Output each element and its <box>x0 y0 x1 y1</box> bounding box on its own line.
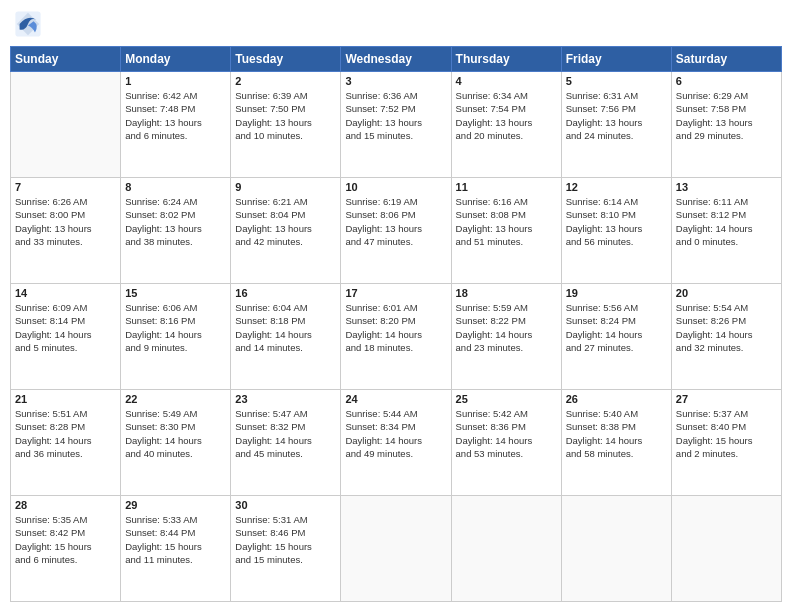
day-number: 8 <box>125 181 226 193</box>
day-info: Sunrise: 5:56 AMSunset: 8:24 PMDaylight:… <box>566 301 667 354</box>
day-info: Sunrise: 5:54 AMSunset: 8:26 PMDaylight:… <box>676 301 777 354</box>
calendar-cell: 20Sunrise: 5:54 AMSunset: 8:26 PMDayligh… <box>671 284 781 390</box>
calendar-cell: 26Sunrise: 5:40 AMSunset: 8:38 PMDayligh… <box>561 390 671 496</box>
calendar-cell <box>341 496 451 602</box>
calendar-cell <box>11 72 121 178</box>
day-number: 11 <box>456 181 557 193</box>
day-info: Sunrise: 5:33 AMSunset: 8:44 PMDaylight:… <box>125 513 226 566</box>
day-number: 14 <box>15 287 116 299</box>
header <box>10 10 782 38</box>
weekday-header-sunday: Sunday <box>11 47 121 72</box>
calendar-cell: 6Sunrise: 6:29 AMSunset: 7:58 PMDaylight… <box>671 72 781 178</box>
week-row-4: 21Sunrise: 5:51 AMSunset: 8:28 PMDayligh… <box>11 390 782 496</box>
day-number: 28 <box>15 499 116 511</box>
day-number: 23 <box>235 393 336 405</box>
page: SundayMondayTuesdayWednesdayThursdayFrid… <box>0 0 792 612</box>
logo <box>14 10 44 38</box>
calendar-cell <box>451 496 561 602</box>
calendar-cell: 12Sunrise: 6:14 AMSunset: 8:10 PMDayligh… <box>561 178 671 284</box>
calendar-cell: 23Sunrise: 5:47 AMSunset: 8:32 PMDayligh… <box>231 390 341 496</box>
calendar-cell: 14Sunrise: 6:09 AMSunset: 8:14 PMDayligh… <box>11 284 121 390</box>
calendar-cell: 27Sunrise: 5:37 AMSunset: 8:40 PMDayligh… <box>671 390 781 496</box>
logo-icon <box>14 10 42 38</box>
weekday-header-wednesday: Wednesday <box>341 47 451 72</box>
day-number: 2 <box>235 75 336 87</box>
day-number: 15 <box>125 287 226 299</box>
calendar-cell: 25Sunrise: 5:42 AMSunset: 8:36 PMDayligh… <box>451 390 561 496</box>
day-info: Sunrise: 5:35 AMSunset: 8:42 PMDaylight:… <box>15 513 116 566</box>
day-number: 27 <box>676 393 777 405</box>
calendar-cell: 11Sunrise: 6:16 AMSunset: 8:08 PMDayligh… <box>451 178 561 284</box>
weekday-header-friday: Friday <box>561 47 671 72</box>
calendar-cell: 29Sunrise: 5:33 AMSunset: 8:44 PMDayligh… <box>121 496 231 602</box>
day-number: 12 <box>566 181 667 193</box>
calendar-cell: 13Sunrise: 6:11 AMSunset: 8:12 PMDayligh… <box>671 178 781 284</box>
weekday-header-monday: Monday <box>121 47 231 72</box>
calendar-cell <box>561 496 671 602</box>
day-info: Sunrise: 6:04 AMSunset: 8:18 PMDaylight:… <box>235 301 336 354</box>
day-info: Sunrise: 5:44 AMSunset: 8:34 PMDaylight:… <box>345 407 446 460</box>
weekday-header-row: SundayMondayTuesdayWednesdayThursdayFrid… <box>11 47 782 72</box>
day-info: Sunrise: 6:14 AMSunset: 8:10 PMDaylight:… <box>566 195 667 248</box>
day-info: Sunrise: 5:59 AMSunset: 8:22 PMDaylight:… <box>456 301 557 354</box>
calendar-cell: 10Sunrise: 6:19 AMSunset: 8:06 PMDayligh… <box>341 178 451 284</box>
calendar-cell <box>671 496 781 602</box>
day-number: 22 <box>125 393 226 405</box>
calendar-cell: 8Sunrise: 6:24 AMSunset: 8:02 PMDaylight… <box>121 178 231 284</box>
week-row-1: 1Sunrise: 6:42 AMSunset: 7:48 PMDaylight… <box>11 72 782 178</box>
day-number: 18 <box>456 287 557 299</box>
day-info: Sunrise: 6:24 AMSunset: 8:02 PMDaylight:… <box>125 195 226 248</box>
day-number: 6 <box>676 75 777 87</box>
weekday-header-saturday: Saturday <box>671 47 781 72</box>
calendar-cell: 16Sunrise: 6:04 AMSunset: 8:18 PMDayligh… <box>231 284 341 390</box>
weekday-header-thursday: Thursday <box>451 47 561 72</box>
day-number: 13 <box>676 181 777 193</box>
day-info: Sunrise: 6:01 AMSunset: 8:20 PMDaylight:… <box>345 301 446 354</box>
day-number: 19 <box>566 287 667 299</box>
day-info: Sunrise: 6:42 AMSunset: 7:48 PMDaylight:… <box>125 89 226 142</box>
week-row-2: 7Sunrise: 6:26 AMSunset: 8:00 PMDaylight… <box>11 178 782 284</box>
day-number: 25 <box>456 393 557 405</box>
day-info: Sunrise: 6:29 AMSunset: 7:58 PMDaylight:… <box>676 89 777 142</box>
calendar-cell: 1Sunrise: 6:42 AMSunset: 7:48 PMDaylight… <box>121 72 231 178</box>
week-row-3: 14Sunrise: 6:09 AMSunset: 8:14 PMDayligh… <box>11 284 782 390</box>
day-info: Sunrise: 5:42 AMSunset: 8:36 PMDaylight:… <box>456 407 557 460</box>
day-info: Sunrise: 6:34 AMSunset: 7:54 PMDaylight:… <box>456 89 557 142</box>
day-info: Sunrise: 5:37 AMSunset: 8:40 PMDaylight:… <box>676 407 777 460</box>
calendar-cell: 22Sunrise: 5:49 AMSunset: 8:30 PMDayligh… <box>121 390 231 496</box>
calendar-cell: 28Sunrise: 5:35 AMSunset: 8:42 PMDayligh… <box>11 496 121 602</box>
weekday-header-tuesday: Tuesday <box>231 47 341 72</box>
day-number: 30 <box>235 499 336 511</box>
day-info: Sunrise: 5:49 AMSunset: 8:30 PMDaylight:… <box>125 407 226 460</box>
day-number: 26 <box>566 393 667 405</box>
day-number: 17 <box>345 287 446 299</box>
calendar-cell: 21Sunrise: 5:51 AMSunset: 8:28 PMDayligh… <box>11 390 121 496</box>
calendar-cell: 7Sunrise: 6:26 AMSunset: 8:00 PMDaylight… <box>11 178 121 284</box>
calendar-cell: 19Sunrise: 5:56 AMSunset: 8:24 PMDayligh… <box>561 284 671 390</box>
calendar-cell: 30Sunrise: 5:31 AMSunset: 8:46 PMDayligh… <box>231 496 341 602</box>
day-number: 4 <box>456 75 557 87</box>
calendar-cell: 3Sunrise: 6:36 AMSunset: 7:52 PMDaylight… <box>341 72 451 178</box>
day-info: Sunrise: 6:11 AMSunset: 8:12 PMDaylight:… <box>676 195 777 248</box>
week-row-5: 28Sunrise: 5:35 AMSunset: 8:42 PMDayligh… <box>11 496 782 602</box>
day-number: 10 <box>345 181 446 193</box>
day-info: Sunrise: 6:06 AMSunset: 8:16 PMDaylight:… <box>125 301 226 354</box>
day-info: Sunrise: 6:21 AMSunset: 8:04 PMDaylight:… <box>235 195 336 248</box>
day-number: 5 <box>566 75 667 87</box>
day-number: 3 <box>345 75 446 87</box>
calendar-cell: 5Sunrise: 6:31 AMSunset: 7:56 PMDaylight… <box>561 72 671 178</box>
day-info: Sunrise: 5:40 AMSunset: 8:38 PMDaylight:… <box>566 407 667 460</box>
day-number: 20 <box>676 287 777 299</box>
calendar-cell: 9Sunrise: 6:21 AMSunset: 8:04 PMDaylight… <box>231 178 341 284</box>
day-number: 24 <box>345 393 446 405</box>
calendar-cell: 24Sunrise: 5:44 AMSunset: 8:34 PMDayligh… <box>341 390 451 496</box>
day-info: Sunrise: 6:16 AMSunset: 8:08 PMDaylight:… <box>456 195 557 248</box>
day-info: Sunrise: 5:51 AMSunset: 8:28 PMDaylight:… <box>15 407 116 460</box>
day-number: 16 <box>235 287 336 299</box>
calendar-table: SundayMondayTuesdayWednesdayThursdayFrid… <box>10 46 782 602</box>
day-info: Sunrise: 6:39 AMSunset: 7:50 PMDaylight:… <box>235 89 336 142</box>
day-number: 29 <box>125 499 226 511</box>
day-info: Sunrise: 6:19 AMSunset: 8:06 PMDaylight:… <box>345 195 446 248</box>
calendar-cell: 17Sunrise: 6:01 AMSunset: 8:20 PMDayligh… <box>341 284 451 390</box>
day-info: Sunrise: 6:36 AMSunset: 7:52 PMDaylight:… <box>345 89 446 142</box>
